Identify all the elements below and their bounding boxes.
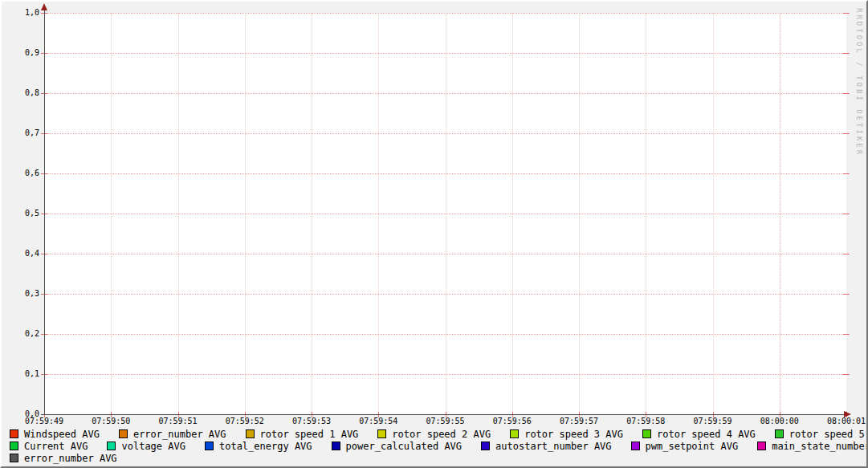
- legend-label: error_number AVG: [24, 453, 117, 464]
- legend-swatch: [775, 429, 784, 438]
- y-grid-tick: [843, 53, 850, 54]
- legend-item: voltage AVG: [107, 441, 185, 452]
- y-tick-label: 0,2: [7, 329, 39, 339]
- x-tick-label: 07:59:59: [688, 417, 738, 426]
- legend: Windspeed AVGerror_number AVGrotor speed…: [10, 428, 861, 464]
- y-tick-label: 0,7: [7, 128, 39, 138]
- legend-item: rotor speed 4 AVG: [642, 429, 756, 440]
- y-tick-label: 0,3: [7, 289, 39, 299]
- y-grid-tick: [843, 214, 850, 214]
- v-gridline: [111, 13, 112, 414]
- legend-label: main_state_number AVG: [772, 441, 868, 452]
- legend-swatch: [10, 442, 18, 450]
- v-gridline: [178, 13, 179, 414]
- v-gridline: [512, 13, 513, 414]
- legend-swatch: [119, 429, 128, 438]
- v-gridline: [579, 13, 580, 414]
- legend-label: autostart_number AVG: [495, 441, 612, 452]
- x-axis-line: [41, 414, 848, 415]
- legend-item: autostart_number AVG: [481, 441, 612, 452]
- legend-swatch: [10, 454, 18, 462]
- legend-label: rotor speed 4 AVG: [657, 429, 756, 440]
- legend-label: Current AVG: [24, 441, 88, 452]
- x-tick-label: 08:00:00: [755, 417, 805, 426]
- legend-swatch: [757, 442, 766, 450]
- legend-item: Windspeed AVG: [10, 429, 100, 440]
- legend-swatch: [510, 429, 519, 438]
- y-axis-line: [44, 9, 45, 414]
- y-grid-tick: [843, 173, 850, 174]
- y-tick-label: 0,4: [7, 249, 39, 258]
- v-gridline: [245, 13, 246, 414]
- y-grid-tick: [843, 13, 850, 14]
- legend-label: rotor speed 2 AVG: [392, 429, 491, 440]
- legend-label: total_energy AVG: [219, 441, 312, 452]
- legend-swatch: [246, 429, 255, 438]
- legend-swatch: [10, 429, 18, 438]
- x-tick-label: 07:59:55: [421, 417, 471, 426]
- y-grid-tick: [843, 334, 850, 335]
- legend-label: pwm_setpoint AVG: [646, 441, 739, 452]
- legend-item: Current AVG: [10, 441, 88, 452]
- x-tick-label: 07:59:51: [153, 417, 203, 426]
- x-tick-label: 07:59:49: [19, 417, 69, 426]
- x-tick-label: 07:59:57: [554, 417, 604, 426]
- x-tick-label: 08:00:01: [821, 417, 868, 426]
- x-tick-label: 07:59:58: [621, 417, 670, 426]
- legend-item: rotor speed 3 AVG: [510, 429, 623, 440]
- legend-label: error_number AVG: [133, 429, 226, 440]
- legend-swatch: [631, 442, 640, 450]
- legend-row: error_number AVG: [10, 452, 861, 464]
- legend-item: rotor speed 2 AVG: [377, 429, 491, 440]
- x-tick-label: 07:59:54: [353, 417, 403, 426]
- legend-swatch: [332, 442, 340, 450]
- legend-swatch: [107, 442, 116, 450]
- x-tick-label: 07:59:56: [487, 417, 537, 426]
- v-gridline: [780, 13, 780, 414]
- legend-item: rotor speed 1 AVG: [246, 429, 359, 440]
- legend-row: Current AVGvoltage AVGtotal_energy AVGpo…: [10, 440, 861, 452]
- legend-item: error_number AVG: [10, 453, 117, 464]
- y-tick-label: 0,6: [7, 169, 39, 178]
- legend-swatch: [481, 442, 490, 450]
- legend-label: rotor speed 5 AVG: [789, 429, 868, 440]
- v-gridline: [646, 13, 646, 414]
- v-gridline: [446, 13, 446, 414]
- legend-label: power_calculated AVG: [346, 441, 463, 452]
- y-tick-label: 0,9: [7, 48, 39, 58]
- legend-swatch: [205, 442, 214, 450]
- watermark: RRDTOOL / TOBI OETIKER: [855, 8, 863, 157]
- y-tick-label: 1,0: [7, 8, 39, 18]
- legend-item: total_energy AVG: [205, 441, 312, 452]
- legend-swatch: [642, 429, 651, 438]
- legend-label: voltage AVG: [121, 441, 185, 452]
- legend-label: rotor speed 3 AVG: [524, 429, 623, 440]
- legend-label: rotor speed 1 AVG: [260, 429, 359, 440]
- y-tick-label: 0,5: [7, 209, 39, 218]
- legend-item: main_state_number AVG: [757, 441, 868, 452]
- y-grid-tick: [843, 374, 850, 375]
- legend-swatch: [377, 429, 386, 438]
- v-gridline: [378, 13, 379, 414]
- legend-item: power_calculated AVG: [332, 441, 463, 452]
- y-grid-tick: [843, 133, 850, 134]
- x-tick-label: 07:59:53: [287, 417, 336, 426]
- v-gridline: [713, 13, 714, 414]
- v-gridline: [312, 13, 312, 414]
- y-grid-tick: [843, 254, 850, 254]
- x-tick-label: 07:59:50: [86, 417, 136, 426]
- legend-label: Windspeed AVG: [24, 429, 100, 440]
- legend-row: Windspeed AVGerror_number AVGrotor speed…: [10, 428, 861, 440]
- legend-item: pwm_setpoint AVG: [631, 441, 739, 452]
- y-grid-tick: [843, 93, 850, 94]
- legend-item: rotor speed 5 AVG: [775, 429, 868, 440]
- y-grid-tick: [843, 294, 850, 295]
- y-tick-label: 0,8: [7, 88, 39, 98]
- y-tick-label: 0,1: [7, 369, 39, 379]
- rrdtool-graph: 1,00,90,80,70,60,50,40,30,20,10,0 07:59:…: [0, 0, 868, 468]
- legend-item: error_number AVG: [119, 429, 226, 440]
- y-axis-arrow-icon: [41, 3, 47, 10]
- x-tick-label: 07:59:52: [220, 417, 270, 426]
